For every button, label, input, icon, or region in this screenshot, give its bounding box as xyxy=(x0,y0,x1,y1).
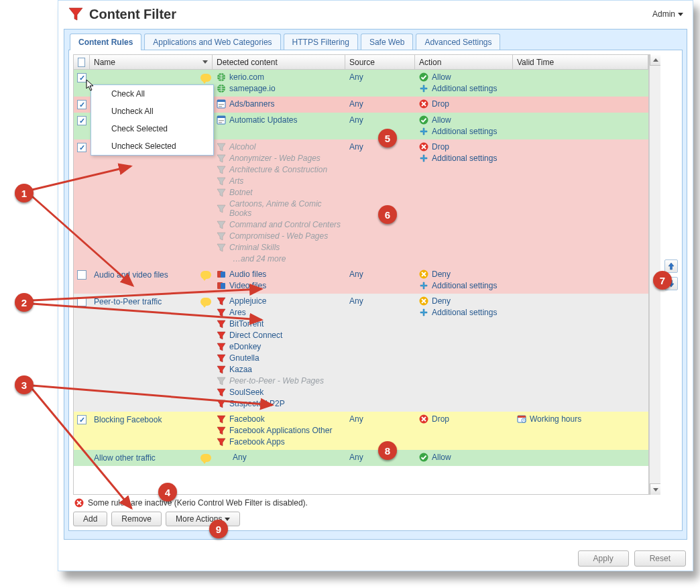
allow-icon xyxy=(419,453,428,462)
row-name-cell[interactable]: Audio and video files xyxy=(90,267,213,293)
menu-check-selected[interactable]: Check Selected xyxy=(91,120,213,137)
tab-https-filtering[interactable]: HTTPS Filtering xyxy=(284,34,358,50)
table-row[interactable]: Allow other trafficAnyAnyAllow xyxy=(74,450,648,466)
checkbox-icon[interactable] xyxy=(77,100,86,109)
row-source-cell[interactable]: Any xyxy=(345,267,415,293)
tab-safe-web[interactable]: Safe Web xyxy=(361,34,413,50)
action-item: Additional settings xyxy=(419,308,509,317)
row-source-cell[interactable]: Any xyxy=(345,70,415,96)
row-valid-cell[interactable] xyxy=(513,113,648,139)
column-source[interactable]: Source xyxy=(345,55,415,69)
row-name-cell[interactable]: Peer-to-Peer traffic xyxy=(90,294,213,411)
detected-item: BitTorrent xyxy=(217,319,341,329)
row-name-cell[interactable]: Allow other traffic xyxy=(90,450,213,465)
row-checkbox-cell[interactable] xyxy=(74,412,90,449)
row-checkbox-cell[interactable] xyxy=(74,139,90,266)
row-valid-cell[interactable]: Working hours xyxy=(513,412,648,449)
column-detected[interactable]: Detected content xyxy=(213,55,345,69)
column-valid-time[interactable]: Valid Time xyxy=(513,55,648,69)
row-name-cell[interactable]: Blocking Facebook xyxy=(90,412,213,449)
table-row[interactable]: Kerio Control Web Filter categor…Alcohol… xyxy=(74,139,648,267)
add-button[interactable]: Add xyxy=(73,512,107,526)
globe-icon xyxy=(217,72,226,82)
svg-rect-5 xyxy=(219,104,224,105)
reset-button[interactable]: Reset xyxy=(634,550,686,567)
row-checkbox-cell[interactable] xyxy=(74,450,90,465)
funnel-gray-icon xyxy=(217,231,226,241)
row-detected-cell[interactable]: ApplejuiceAresBitTorrentDirect ConnecteD… xyxy=(213,294,345,411)
row-action-cell[interactable]: Drop xyxy=(415,97,513,112)
column-dropdown-menu[interactable]: Check All Uncheck All Check Selected Unc… xyxy=(91,84,214,156)
row-valid-cell[interactable] xyxy=(513,139,648,266)
row-checkbox-cell[interactable] xyxy=(74,294,90,411)
checkbox-icon[interactable] xyxy=(77,116,86,125)
row-valid-cell[interactable] xyxy=(513,294,648,411)
move-down-button[interactable] xyxy=(664,277,678,290)
tab-content-rules[interactable]: Content Rules xyxy=(70,34,141,50)
admin-menu[interactable]: Admin xyxy=(652,9,683,19)
row-source-cell[interactable]: Any xyxy=(345,412,415,449)
vertical-scrollbar[interactable] xyxy=(649,54,660,495)
row-detected-cell[interactable]: FacebookFacebook Applications OtherFaceb… xyxy=(213,412,345,449)
row-action-cell[interactable]: AllowAdditional settings xyxy=(415,113,513,139)
row-detected-cell[interactable]: Ads/banners xyxy=(213,97,345,112)
menu-uncheck-selected[interactable]: Uncheck Selected xyxy=(91,137,213,155)
scroll-down-button[interactable] xyxy=(650,483,660,495)
row-source-cell[interactable]: Any xyxy=(345,294,415,411)
row-checkbox-cell[interactable] xyxy=(74,113,90,139)
funnel-red-icon xyxy=(217,365,226,374)
menu-check-all[interactable]: Check All xyxy=(91,85,213,103)
row-checkbox-cell[interactable] xyxy=(74,267,90,293)
row-valid-cell[interactable] xyxy=(513,450,648,465)
row-source-cell[interactable]: Any xyxy=(345,450,415,465)
column-action[interactable]: Action xyxy=(415,55,513,69)
checkbox-icon[interactable] xyxy=(77,270,86,280)
row-detected-cell[interactable]: Audio filesVideo files xyxy=(213,267,345,293)
funnel-red-icon xyxy=(217,342,226,351)
apply-button[interactable]: Apply xyxy=(578,550,629,567)
remove-button[interactable]: Remove xyxy=(111,512,162,526)
row-source-cell[interactable]: Any xyxy=(345,139,415,266)
detected-item: Command and Control Centers xyxy=(217,220,341,229)
row-action-cell[interactable]: Drop xyxy=(415,412,513,449)
tab-applications-and-web-categories[interactable]: Applications and Web Categories xyxy=(144,34,280,50)
row-checkbox-cell[interactable] xyxy=(74,97,90,112)
table-row[interactable]: Audio and video filesAudio filesVideo fi… xyxy=(74,267,648,294)
row-detected-cell[interactable]: Any xyxy=(213,450,345,465)
row-action-cell[interactable]: Allow xyxy=(415,450,513,465)
row-action-cell[interactable]: DenyAdditional settings xyxy=(415,294,513,411)
row-detected-cell[interactable]: kerio.comsamepage.io xyxy=(213,70,345,96)
detected-item: Cartoons, Anime & Comic Books xyxy=(217,199,341,218)
row-valid-cell[interactable] xyxy=(513,97,648,112)
checkbox-icon[interactable] xyxy=(77,143,86,152)
checkbox-icon[interactable] xyxy=(77,415,86,424)
detected-item: Peer-to-Peer - Web Pages xyxy=(217,376,341,386)
row-valid-cell[interactable] xyxy=(513,70,648,96)
row-action-cell[interactable]: AllowAdditional settings xyxy=(415,70,513,96)
funnel-red-icon xyxy=(217,437,226,447)
callout-2: 2 xyxy=(15,293,34,312)
funnel-gray-icon xyxy=(217,154,226,163)
table-row[interactable]: Blocking FacebookFacebookFacebook Applic… xyxy=(74,412,648,450)
detected-item: Any xyxy=(217,453,341,462)
scroll-up-button[interactable] xyxy=(650,54,660,66)
menu-uncheck-all[interactable]: Uncheck All xyxy=(91,103,213,120)
checkbox-icon[interactable] xyxy=(77,73,86,82)
row-action-cell[interactable]: DenyAdditional settings xyxy=(415,267,513,293)
row-source-cell[interactable]: Any xyxy=(345,97,415,112)
row-action-cell[interactable]: DropAdditional settings xyxy=(415,139,513,266)
tab-advanced-settings[interactable]: Advanced Settings xyxy=(416,34,500,50)
column-checkbox[interactable] xyxy=(74,55,90,69)
more-actions-button[interactable]: More Actions xyxy=(166,512,240,526)
move-up-button[interactable] xyxy=(664,259,678,273)
row-name-cell[interactable]: Kerio Control Web Filter categor… xyxy=(90,139,213,266)
svg-rect-11 xyxy=(219,122,222,123)
row-valid-cell[interactable] xyxy=(513,267,648,293)
row-detected-cell[interactable]: AlcoholAnonymizer - Web PagesArchitectur… xyxy=(213,139,345,266)
checkbox-icon[interactable] xyxy=(77,297,86,306)
row-detected-cell[interactable]: Automatic Updates xyxy=(213,113,345,139)
row-source-cell[interactable]: Any xyxy=(345,113,415,139)
table-row[interactable]: Peer-to-Peer trafficApplejuiceAresBitTor… xyxy=(74,294,648,412)
column-name[interactable]: Name xyxy=(90,55,213,69)
funnel-gray-icon xyxy=(217,142,226,152)
